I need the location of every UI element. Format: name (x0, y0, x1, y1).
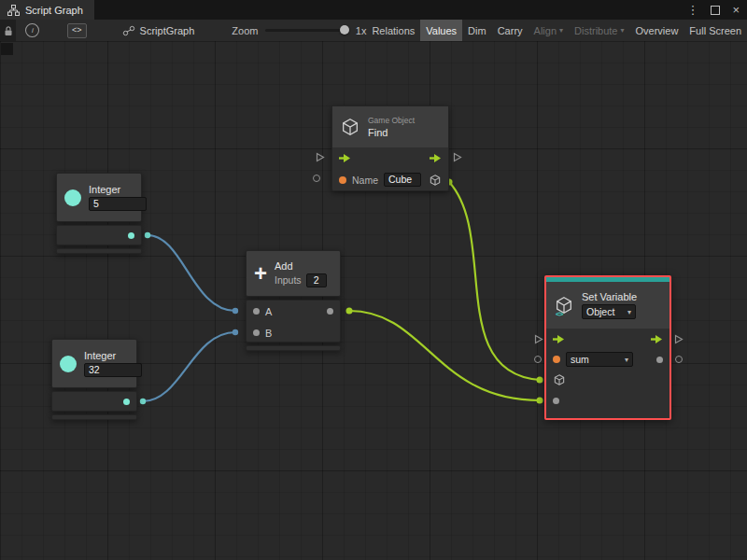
node-title: Integer (89, 184, 147, 195)
flow-output-port[interactable] (674, 334, 684, 346)
port-b-label: B (265, 328, 272, 339)
node-title: Add (275, 260, 327, 272)
zoom-slider-track[interactable] (265, 29, 346, 32)
node-add-footer (246, 345, 341, 351)
node-integer-top[interactable]: Integer 5 (56, 173, 142, 222)
variable-scope-dropdown[interactable]: Object ▾ (582, 304, 636, 319)
port-a-label: A (265, 306, 272, 317)
chevron-down-icon: ▾ (559, 26, 563, 35)
align-button: Align▾ (529, 20, 569, 41)
graph-tab-icon (7, 5, 20, 16)
toolbar-buttons: Relations Values Dim Carry Align▾ Distri… (366, 20, 747, 41)
lock-button[interactable] (0, 20, 16, 41)
node-integer-bottom[interactable]: Integer 32 (51, 339, 137, 388)
title-bar: Script Graph ⋮ × (0, 0, 747, 20)
name-label: Name (352, 175, 378, 186)
inputs-label: Inputs (275, 274, 302, 286)
overview-button[interactable]: Overview (630, 20, 684, 41)
input-port-dot-a[interactable] (253, 308, 260, 315)
value-input-port[interactable] (534, 356, 542, 363)
node-find[interactable]: Game Object Find Name Cube (331, 105, 449, 191)
scope-value: Object (586, 306, 614, 317)
node-title: Find (368, 127, 415, 138)
integer-type-icon (60, 356, 77, 372)
inputs-count-field[interactable]: 2 (306, 273, 327, 287)
output-port-dot[interactable] (656, 357, 663, 363)
value-input-port-dot[interactable] (553, 398, 559, 404)
flow-in-arrow-icon[interactable] (339, 153, 351, 163)
graph-name-label: ScriptGraph (140, 25, 195, 36)
relations-button[interactable]: Relations (366, 20, 420, 41)
add-icon: + (254, 264, 267, 283)
distribute-button: Distribute▾ (569, 20, 629, 41)
game-object-cube-icon (340, 117, 360, 137)
flow-out-arrow-icon[interactable] (430, 153, 442, 163)
script-graph-icon (122, 25, 135, 36)
unity-script-graph-window: Script Graph ⋮ × i <> ScriptGraph Zoom 1… (0, 0, 747, 560)
variable-name-dropdown[interactable]: sum ▾ (566, 352, 633, 367)
graph-name-section: ScriptGraph (122, 25, 195, 36)
output-port-dot[interactable] (327, 308, 333, 315)
variable-name-port-dot[interactable] (553, 356, 560, 363)
tab-script-graph[interactable]: Script Graph (0, 0, 94, 20)
node-set-variable[interactable]: <> Set Variable Object ▾ sum (544, 275, 671, 420)
zoom-value: 1x (356, 25, 367, 36)
window-controls: ⋮ × (686, 0, 740, 20)
node-integer-bottom-ports (51, 391, 137, 412)
name-input-port-dot[interactable] (339, 176, 346, 184)
input-port-dot-b[interactable] (253, 329, 260, 336)
node-title: Integer (84, 350, 142, 361)
dim-button[interactable]: Dim (462, 20, 492, 41)
chevron-down-icon: ▾ (627, 308, 631, 316)
lock-icon (4, 25, 13, 36)
tab-label: Script Graph (25, 5, 83, 16)
value-output-port[interactable] (675, 356, 683, 363)
carry-button[interactable]: Carry (492, 20, 529, 41)
node-title: Set Variable (582, 291, 637, 302)
canvas-corner-widget (1, 43, 13, 55)
zoom-slider[interactable] (265, 20, 346, 41)
node-integer-top-footer (56, 248, 142, 254)
info-icon: i (32, 26, 34, 35)
zoom-slider-handle[interactable] (340, 25, 349, 35)
node-integer-top-ports (56, 225, 142, 245)
kebab-menu-icon[interactable]: ⋮ (686, 4, 698, 16)
node-add-ports: A B (246, 300, 341, 343)
code-preview-button[interactable]: <> (67, 23, 87, 38)
node-category: Game Object (368, 116, 415, 125)
values-button[interactable]: Values (420, 20, 462, 41)
zoom-label: Zoom (232, 25, 258, 36)
flow-input-port[interactable] (534, 334, 543, 346)
flow-in-arrow-icon[interactable] (553, 334, 565, 344)
integer-value-field[interactable]: 5 (89, 197, 147, 211)
node-integer-bottom-footer (51, 414, 137, 420)
chevron-down-icon: ▾ (621, 26, 625, 35)
flow-input-port[interactable] (316, 152, 325, 164)
variable-name-value: sum (571, 354, 589, 365)
integer-value-field[interactable]: 32 (84, 363, 142, 377)
flow-output-port[interactable] (453, 152, 462, 164)
code-badge-icon: <> (556, 310, 562, 318)
node-add[interactable]: + Add Inputs 2 (246, 250, 341, 297)
gameobject-output-port-icon[interactable] (429, 174, 442, 187)
value-input-port[interactable] (313, 175, 320, 182)
align-label: Align (534, 25, 557, 36)
output-port-dot[interactable] (128, 232, 134, 239)
close-icon[interactable]: × (732, 4, 740, 16)
graph-toolbar: i <> ScriptGraph Zoom 1x Relations Value… (0, 20, 747, 42)
flow-out-arrow-icon[interactable] (651, 334, 663, 344)
info-button[interactable]: i (25, 23, 39, 37)
object-input-port-icon[interactable] (553, 373, 566, 386)
chevron-down-icon: ▾ (625, 356, 628, 364)
maximize-icon[interactable] (711, 6, 720, 15)
output-port-dot[interactable] (123, 399, 130, 405)
integer-type-icon (64, 189, 81, 206)
distribute-label: Distribute (574, 25, 617, 36)
name-value-field[interactable]: Cube (384, 173, 421, 187)
full-screen-button[interactable]: Full Screen (684, 20, 747, 41)
